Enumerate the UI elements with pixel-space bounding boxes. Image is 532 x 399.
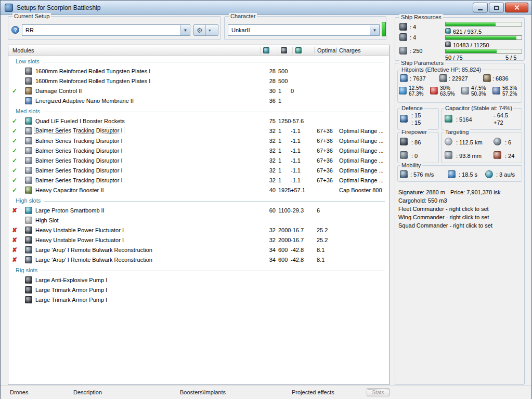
module-row[interactable]: Large Trimark Armor Pump I [8, 285, 389, 295]
module-row[interactable]: Large Trimark Armor Pump I [8, 295, 389, 305]
em-armor-resist: 67.3% [409, 91, 423, 97]
module-row[interactable]: ✓Balmer Series Tracking Disruptor I321-1… [8, 156, 389, 166]
chevron-down-icon[interactable]: ▼ [370, 25, 379, 35]
ship-parameters-group: Ship Parameters Hitpoints (Effective HP:… [395, 63, 525, 385]
module-row[interactable]: ✘Large Proton Smartbomb II601100-29.36 [8, 206, 389, 216]
module-powergrid-value: 1100 [278, 207, 291, 214]
defence-value-2: : 15 [411, 119, 421, 126]
power-fluctuator-icon [25, 227, 32, 234]
fitted-ok-icon: ✓ [11, 127, 18, 135]
max-targets-icon [494, 138, 501, 145]
tracking-disruptor-icon [25, 127, 32, 135]
module-capacitor-value: -1.1 [291, 167, 301, 174]
module-capacitor-value: -1.1 [291, 177, 301, 183]
module-row[interactable]: ✘Large 'Arup' I Remote Bulwark Reconstru… [8, 245, 389, 255]
fitted-ok-icon: ✓ [11, 87, 18, 95]
fleet-commander-hint[interactable]: Fleet Commander - right click to set [398, 206, 489, 212]
module-row[interactable]: ✘Heavy Unstable Power Fluctuator I322000… [8, 225, 389, 235]
kinetic-resist-icon [461, 87, 469, 95]
slot-section-label: Low slots [16, 58, 40, 64]
powergrid-column-icon[interactable] [281, 47, 287, 54]
armor-plate-icon [25, 77, 32, 85]
module-row[interactable]: ✓Balmer Series Tracking Disruptor I321-1… [8, 126, 389, 136]
tracking-disruptor-icon [25, 177, 32, 184]
module-capacitor-value: -1.1 [291, 157, 301, 164]
cpu-column-icon[interactable] [263, 47, 269, 54]
em-resist-icon [399, 87, 407, 95]
module-row[interactable]: 1600mm Reinforced Rolled Tungsten Plates… [8, 76, 389, 86]
module-cpu-value: 30 [261, 88, 276, 94]
modules-column-header[interactable]: Modules [12, 47, 34, 54]
module-name: Heavy Capacitor Booster II [35, 187, 103, 193]
minimize-button[interactable] [473, 3, 488, 12]
power-fluctuator-icon [25, 236, 32, 244]
column-divider [292, 47, 293, 54]
wing-commander-hint[interactable]: Wing Commander - right click to set [398, 214, 489, 220]
module-row[interactable]: ✓Heavy Capacitor Booster II401925+57.1Ca… [8, 185, 389, 195]
window-buttons [473, 3, 528, 12]
chevron-down-icon[interactable]: ▼ [180, 25, 190, 35]
tracking-disruptor-icon [25, 147, 32, 154]
charges-column-header[interactable]: Charges [339, 47, 361, 54]
maximize-button[interactable] [489, 3, 504, 12]
module-row[interactable]: ✓Balmer Series Tracking Disruptor I321-1… [8, 166, 389, 176]
launcher-hardpoint-icon [399, 33, 407, 41]
module-row[interactable]: Large Anti-Explosive Pump I [8, 275, 389, 285]
tab-projected-effects[interactable]: Projected effects [292, 389, 334, 395]
setup-select[interactable]: RR ▼ [22, 24, 190, 36]
warp-speed-value: : 3 au/s [496, 171, 515, 178]
squad-commander-hint[interactable]: Squad Commander - right click to set [398, 222, 492, 229]
character-select[interactable]: UnkarII ▼ [228, 24, 380, 36]
module-row[interactable]: ✓Balmer Series Tracking Disruptor I321-1… [8, 176, 389, 185]
cap-booster-icon [25, 187, 32, 194]
module-row[interactable]: Energized Adaptive Nano Membrane II361 [8, 96, 389, 106]
hitpoints-box: Hitpoints (Effective HP: 85,824) : 7637 … [397, 70, 522, 103]
tab-drones[interactable]: Drones [10, 389, 28, 395]
character-select-value: UnkarII [228, 25, 370, 35]
cargohold-value: Cargohold: 550 m3 [398, 197, 447, 204]
module-row[interactable]: ✓Balmer Series Tracking Disruptor I321-1… [8, 136, 389, 146]
slot-section-label: Med slots [16, 108, 40, 114]
speed-icon [400, 170, 408, 178]
module-row[interactable]: ✘Large 'Arup' I Remote Bulwark Reconstru… [8, 255, 389, 265]
capacitor-column-icon[interactable] [295, 47, 302, 54]
module-capacitor-value: -16.7 [291, 237, 304, 243]
module-charges-value: Optimal Range ... [339, 148, 384, 154]
booster-rockets-icon [25, 117, 32, 125]
module-row[interactable]: ✓Balmer Series Tracking Disruptor I321-1… [8, 146, 389, 156]
module-row[interactable]: 1600mm Reinforced Rolled Tungsten Plates… [8, 66, 389, 76]
module-powergrid-value: 1 [278, 167, 281, 174]
shield-icon [400, 74, 408, 82]
capacitor-icon [445, 115, 452, 123]
module-name: Quad LiF Fueled I Booster Rockets [35, 118, 125, 124]
help-icon[interactable]: ? [11, 26, 19, 34]
damage-control-icon [25, 87, 32, 95]
module-row[interactable]: ✘Heavy Unstable Power Fluctuator I322000… [8, 235, 389, 245]
module-row[interactable]: ✓Quad LiF Fueled I Booster Rockets751250… [8, 116, 389, 126]
targeting-label: Targeting [444, 129, 470, 135]
mobility-label: Mobility [400, 162, 422, 168]
tab-boosters-implants[interactable]: Boosters\Implants [180, 389, 226, 395]
module-capacitor-value: -57.6 [291, 118, 304, 124]
module-row[interactable]: High Slot [8, 216, 389, 225]
close-button[interactable] [505, 3, 528, 12]
setup-tools-button[interactable]: ⚙ ▼ [193, 24, 218, 36]
module-row[interactable]: ✓Damage Control II3010 [8, 86, 389, 96]
slot-section-header: High slots [8, 195, 389, 206]
close-icon [514, 5, 520, 10]
agility-icon [448, 170, 456, 178]
module-cpu-value: 32 [261, 128, 276, 134]
stats-button[interactable]: Stats [367, 388, 390, 396]
module-name: Large 'Arup' I Remote Bulwark Reconstruc… [35, 247, 152, 253]
module-optimal-value: 67+36 [317, 177, 333, 183]
cpu-icon [445, 28, 451, 34]
module-powergrid-value: 1250 [278, 118, 291, 124]
module-optimal-value: 6 [317, 207, 320, 214]
optimal-column-header[interactable]: Optimal [317, 47, 337, 54]
powergrid-icon [445, 42, 451, 47]
fitting-error-icon: ✘ [11, 227, 18, 234]
modules-list-header[interactable]: Modules Optimal Charges [8, 45, 389, 56]
tab-description[interactable]: Description [73, 389, 102, 395]
module-name: Large Anti-Explosive Pump I [35, 277, 107, 283]
titlebar[interactable]: Setups for Scorpion Battleship [1, 1, 531, 15]
